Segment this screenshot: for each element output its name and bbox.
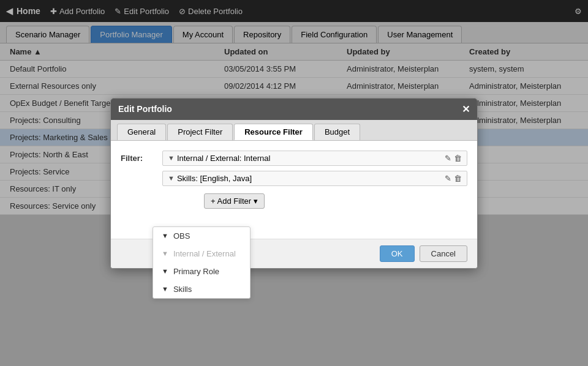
dropdown-item-skills[interactable]: ▼ Skills xyxy=(153,280,250,298)
dialog-body: Filter: ▼ Internal / External: Internal … xyxy=(111,141,477,239)
filter-item-text-2: Skills: [English, Java] xyxy=(177,174,252,183)
filter-item-internal-external: ▼ Internal / External: Internal ✎ 🗑 xyxy=(162,151,467,166)
filter-item-2-actions: ✎ 🗑 xyxy=(445,174,462,183)
dialog-overlay: Edit Portfolio ✕ General Project Filter … xyxy=(0,0,588,366)
dialog-title: Edit Portfolio xyxy=(118,104,172,114)
edit-filter-1-button[interactable]: ✎ xyxy=(445,154,451,163)
filter-item-text-1: Internal / External: Internal xyxy=(177,154,270,163)
dropdown-item-obs[interactable]: ▼ OBS xyxy=(153,227,250,245)
skills-filter-icon: ▼ xyxy=(162,285,168,293)
dialog-tab-project-filter[interactable]: Project Filter xyxy=(167,124,233,140)
dialog-tab-general[interactable]: General xyxy=(117,124,166,140)
primary-role-filter-icon: ▼ xyxy=(162,267,168,275)
dialog-close-button[interactable]: ✕ xyxy=(462,103,470,115)
cancel-button[interactable]: Cancel xyxy=(420,245,467,262)
add-filter-dropdown: ▼ OBS ▼ Internal / External ▼ Primary Ro… xyxy=(153,226,251,299)
dropdown-primary-role-label: Primary Role xyxy=(173,267,219,276)
dialog-tabs: General Project Filter Resource Filter B… xyxy=(111,120,477,141)
add-filter-button[interactable]: + Add Filter ▾ xyxy=(204,193,265,209)
filter-row-2: ▼ Skills: [English, Java] ✎ 🗑 xyxy=(121,171,467,186)
internal-external-filter-icon: ▼ xyxy=(162,250,168,257)
add-filter-label: + Add Filter xyxy=(211,196,251,206)
filter-funnel-icon-1: ▼ xyxy=(168,154,175,162)
dropdown-item-internal-external: ▼ Internal / External xyxy=(153,245,250,263)
dropdown-arrow-icon: ▾ xyxy=(254,196,258,206)
filter-funnel-icon-2: ▼ xyxy=(168,174,175,182)
dropdown-item-primary-role[interactable]: ▼ Primary Role xyxy=(153,263,250,280)
edit-portfolio-dialog: Edit Portfolio ✕ General Project Filter … xyxy=(110,98,478,269)
dialog-tab-resource-filter[interactable]: Resource Filter xyxy=(234,124,313,140)
delete-filter-2-button[interactable]: 🗑 xyxy=(454,174,462,183)
filter-item-1-actions: ✎ 🗑 xyxy=(445,154,462,163)
filter-item-skills: ▼ Skills: [English, Java] ✎ 🗑 xyxy=(162,171,467,186)
dialog-title-bar: Edit Portfolio ✕ xyxy=(111,99,477,120)
dropdown-skills-label: Skills xyxy=(173,285,192,294)
edit-filter-2-button[interactable]: ✎ xyxy=(445,174,451,183)
delete-filter-1-button[interactable]: 🗑 xyxy=(454,154,462,163)
filter-label: Filter: xyxy=(121,154,157,163)
obs-filter-icon: ▼ xyxy=(162,232,168,239)
add-filter-container: + Add Filter ▾ xyxy=(162,191,265,209)
dropdown-internal-external-label: Internal / External xyxy=(173,249,236,258)
filter-row-1: Filter: ▼ Internal / External: Internal … xyxy=(121,151,467,166)
ok-button[interactable]: OK xyxy=(380,245,415,262)
dialog-tab-budget[interactable]: Budget xyxy=(314,124,360,140)
dropdown-obs-label: OBS xyxy=(173,231,190,241)
